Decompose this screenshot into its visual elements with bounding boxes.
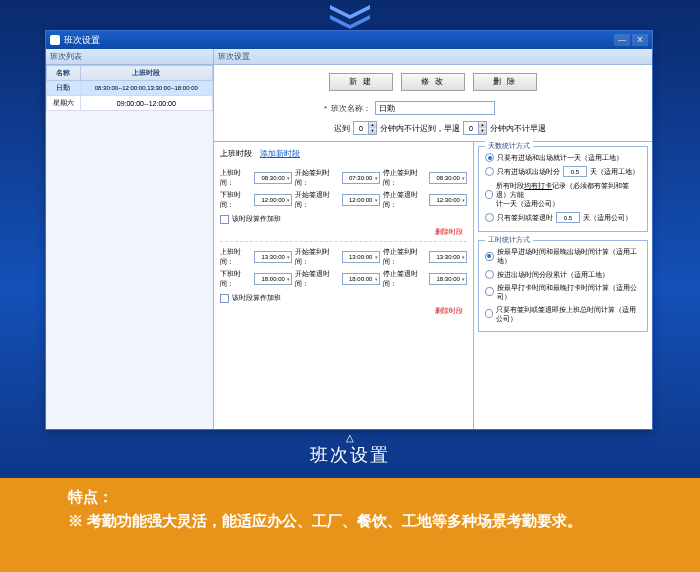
close-button[interactable]: X [632,34,648,46]
stop-checkout-input[interactable]: 12:30:00 [429,194,467,206]
shift-settings-window: 班次设置 — X 班次列表 名称 上班时段 日勤 08:30:00--12:00… [45,30,653,430]
new-button[interactable]: 新 建 [329,73,393,91]
work-stat-title: 工时统计方式 [485,235,533,245]
overtime-checkbox[interactable] [220,215,229,224]
daystat-radio-3[interactable] [485,190,493,199]
table-row[interactable]: 星期六 09:00:00--12:00:00 [47,96,213,111]
time-block-1: 上班时间：08:30:00 开始签到时间：07:30:00 停止签到时间：08:… [220,163,467,242]
daystat-radio-2[interactable] [485,167,494,176]
time-periods-column: 上班时段 添加新时段 上班时间：08:30:00 开始签到时间：07:30:00… [214,142,474,429]
features-body: ※ 考勤功能强大灵活，能适应办公、工厂、餐饮、工地等多种场景考勤要求。 [68,511,632,531]
stop-checkout-input[interactable]: 18:30:00 [429,273,467,285]
work-stat-group: 工时统计方式 按最早进场时间和最晚出场时间计算（适用工地） 按进出场时间分段累计… [478,240,648,332]
delete-period-link[interactable]: 删除时段 [220,225,467,237]
on-time-input[interactable]: 13:30:00 [254,251,292,263]
day-stat-title: 天数统计方式 [485,141,533,151]
daystat-days-input-1[interactable] [563,166,587,177]
start-checkin-input[interactable]: 07:30:00 [342,172,380,184]
app-icon [50,35,60,45]
triangle-icon: △ [0,432,700,443]
daystat-days-input-2[interactable] [556,212,580,223]
stop-checkin-input[interactable]: 08:30:00 [429,172,467,184]
daystat-radio-1[interactable] [485,153,494,162]
workstat-radio-4[interactable] [485,309,493,318]
overtime-checkbox[interactable] [220,294,229,303]
workstat-radio-1[interactable] [485,252,494,261]
col-period[interactable]: 上班时段 [80,66,212,81]
titlebar: 班次设置 — X [46,31,652,49]
late-minutes-spinner[interactable]: 0▲▼ [353,121,377,135]
spin-down-icon[interactable]: ▼ [368,128,376,134]
early-minutes-spinner[interactable]: 0▲▼ [463,121,487,135]
decorative-chevrons [326,5,374,31]
start-checkout-input[interactable]: 12:00:00 [342,194,380,206]
table-row[interactable]: 日勤 08:30:00--12:00:00,13:30:00--18:00:00 [47,81,213,96]
off-time-input[interactable]: 12:00:00 [254,194,292,206]
required-mark: * [324,104,327,113]
start-checkout-input[interactable]: 18:00:00 [342,273,380,285]
minimize-button[interactable]: — [614,34,630,46]
early-suffix: 分钟内不计早退 [490,123,546,134]
caption-text: 班次设置 [0,443,700,467]
daystat-radio-4[interactable] [485,213,494,222]
delete-period-link[interactable]: 删除时段 [220,304,467,316]
col-name[interactable]: 名称 [47,66,81,81]
features-banner: 特点： ※ 考勤功能强大灵活，能适应办公、工厂、餐饮、工地等多种场景考勤要求。 [0,478,700,572]
features-title: 特点： [68,488,632,507]
shift-list-header: 班次列表 [46,49,213,65]
shift-list-pane: 班次列表 名称 上班时段 日勤 08:30:00--12:00:00,13:30… [46,49,214,429]
on-time-input[interactable]: 08:30:00 [254,172,292,184]
shift-table: 名称 上班时段 日勤 08:30:00--12:00:00,13:30:00--… [46,65,213,429]
shift-name-input[interactable] [375,101,495,115]
late-label: 迟到 [334,123,350,134]
config-header: 班次设置 [214,49,652,65]
day-stat-group: 天数统计方式 只要有进场和出场就计一天（适用工地） 只有进场或出场时分天（适用工… [478,146,648,232]
workstat-radio-3[interactable] [485,287,494,296]
stop-checkin-input[interactable]: 13:30:00 [429,251,467,263]
time-block-2: 上班时间：13:30:00 开始签到时间：13:00:00 停止签到时间：13:… [220,242,467,320]
add-period-link[interactable]: 添加新时段 [260,148,300,159]
off-time-input[interactable]: 18:00:00 [254,273,292,285]
periods-heading: 上班时段 [220,148,252,159]
shift-config-pane: 班次设置 新 建 修 改 删 除 * 班次名称： 迟到 0▲▼ 分钟内不计迟到，… [214,49,652,429]
start-checkin-input[interactable]: 13:00:00 [342,251,380,263]
late-suffix: 分钟内不计迟到，早退 [380,123,460,134]
caption: △ 班次设置 [0,432,700,467]
edit-button[interactable]: 修 改 [401,73,465,91]
spin-down-icon[interactable]: ▼ [478,128,486,134]
shift-name-label: 班次名称： [331,103,371,114]
delete-button[interactable]: 删 除 [473,73,537,91]
workstat-radio-2[interactable] [485,270,494,279]
window-title: 班次设置 [64,34,614,47]
